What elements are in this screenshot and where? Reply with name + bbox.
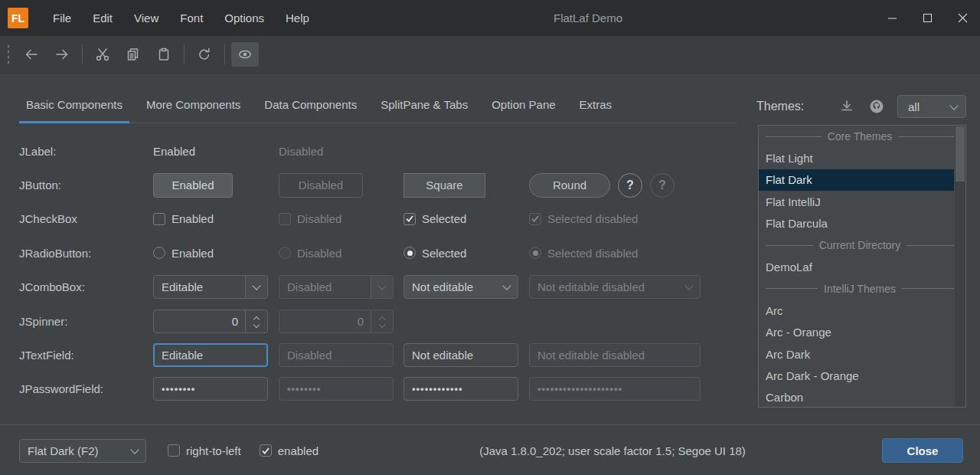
tab[interactable]: Data Components — [257, 86, 364, 123]
menu-item[interactable]: Help — [275, 0, 320, 36]
theme-list-item[interactable]: Carbon — [759, 387, 954, 408]
checkbox-selected[interactable]: Selected — [403, 212, 466, 225]
radio-selected[interactable]: Selected — [403, 247, 466, 260]
app-logo: FL — [8, 8, 28, 28]
textfield-disabled: Disabled — [279, 343, 394, 367]
radio-icon — [153, 247, 165, 259]
combobox-disabled: Disabled — [279, 275, 394, 299]
theme-list-item[interactable]: Current Directory — [759, 234, 954, 256]
square-button[interactable]: Square — [403, 173, 485, 198]
back-button[interactable] — [18, 42, 45, 67]
refresh-button[interactable] — [191, 42, 218, 67]
textfield-not-editable[interactable]: Not editable — [403, 343, 518, 367]
tab[interactable]: Option Pane — [485, 86, 562, 123]
chevron-down-icon[interactable] — [245, 276, 267, 298]
menu-item[interactable]: View — [123, 0, 169, 36]
checkbox-checked-icon — [403, 213, 416, 225]
menu-item[interactable]: Edit — [82, 0, 123, 36]
theme-list-item[interactable]: Arc — [759, 300, 954, 321]
download-theme-button[interactable] — [839, 99, 854, 114]
tab[interactable]: Extras — [573, 86, 619, 123]
theme-list-item[interactable]: Flat Light — [759, 147, 954, 169]
themes-label: Themes: — [756, 100, 804, 113]
themes-list: Core ThemesFlat LightFlat DarkFlat Intel… — [758, 125, 966, 408]
paste-button[interactable] — [150, 42, 178, 67]
menu-item[interactable]: Font — [169, 0, 214, 36]
chevron-down-icon[interactable] — [253, 322, 260, 328]
forward-arrow-icon — [54, 47, 70, 62]
chevron-down-icon[interactable] — [496, 276, 518, 298]
maximize-button[interactable] — [910, 0, 945, 36]
round-button[interactable]: Round — [529, 173, 610, 198]
copy-icon — [126, 47, 141, 62]
checkbox-disabled: Disabled — [279, 212, 341, 225]
laf-combobox[interactable]: Flat Dark (F2) — [19, 439, 146, 463]
jlabel-enabled: Enabled — [153, 145, 195, 158]
back-arrow-icon — [24, 47, 39, 62]
scrollbar-thumb[interactable] — [956, 126, 965, 182]
toolbar-grip[interactable] — [7, 44, 10, 65]
theme-list-item[interactable]: Flat Darcula — [759, 213, 954, 234]
spinner-buttons[interactable] — [245, 310, 267, 332]
enabled-button[interactable]: Enabled — [153, 173, 233, 198]
theme-list-item[interactable]: Flat IntelliJ — [759, 191, 954, 212]
tab[interactable]: Basic Components — [19, 86, 129, 123]
jcheckbox-row-label: JCheckBox — [19, 212, 153, 225]
theme-filter-combobox[interactable]: all — [897, 95, 966, 118]
tab[interactable]: SplitPane & Tabs — [374, 86, 475, 123]
radio-selected-disabled: Selected disabled — [529, 247, 638, 260]
themes-scrollbar[interactable] — [955, 126, 965, 407]
toolbar — [0, 36, 980, 74]
checkbox-icon — [279, 213, 291, 225]
right-to-left-checkbox[interactable]: right-to-left — [168, 444, 241, 457]
cut-button[interactable] — [89, 42, 116, 67]
download-icon — [839, 99, 854, 114]
spinner-enabled[interactable]: 0 — [153, 310, 268, 333]
passwordfield-not-editable[interactable]: •••••••••••• — [403, 377, 518, 401]
textfield-editable[interactable]: Editable — [153, 343, 268, 367]
minimize-button[interactable] — [874, 0, 910, 36]
theme-list-item[interactable]: DemoLaf — [759, 256, 954, 277]
tab[interactable]: More Components — [139, 86, 247, 123]
chevron-down-icon — [678, 276, 700, 298]
toolbar-separator — [224, 44, 225, 64]
titlebar: FL FileEditViewFontOptionsHelp FlatLaf D… — [0, 0, 980, 36]
github-button[interactable] — [868, 98, 885, 115]
maximize-icon — [923, 13, 933, 23]
bottom-bar: Flat Dark (F2) right-to-left enabled (Ja… — [0, 424, 980, 475]
passwordfield-disabled: •••••••• — [279, 377, 394, 401]
combobox-editable[interactable]: Editable — [153, 275, 268, 299]
disabled-button: Disabled — [279, 173, 363, 198]
combobox-not-editable[interactable]: Not editable — [403, 275, 518, 299]
cut-icon — [95, 47, 110, 62]
close-window-button[interactable] — [945, 0, 980, 36]
radio-enabled[interactable]: Enabled — [153, 247, 214, 260]
forward-button[interactable] — [48, 42, 76, 67]
jpasswordfield-row-label: JPasswordField: — [19, 382, 153, 395]
menu-item[interactable]: File — [42, 0, 82, 36]
radio-disabled: Disabled — [279, 247, 341, 260]
menu-item[interactable]: Options — [214, 0, 275, 36]
checkbox-enabled[interactable]: Enabled — [153, 212, 214, 225]
help-button[interactable]: ? — [618, 173, 642, 198]
show-hidden-toggle-button[interactable] — [231, 42, 259, 67]
theme-list-item[interactable]: Core Themes — [759, 126, 954, 147]
copy-button[interactable] — [119, 42, 147, 67]
theme-list-item[interactable]: Arc Dark - Orange — [759, 365, 954, 386]
passwordfield-editable[interactable]: •••••••• — [153, 377, 268, 401]
checkbox-icon — [153, 213, 165, 225]
minimize-icon — [887, 13, 897, 23]
help-button-disabled: ? — [650, 173, 675, 198]
close-button[interactable]: Close — [882, 438, 963, 463]
toolbar-separator — [184, 44, 185, 64]
menubar: FileEditViewFontOptionsHelp — [42, 0, 320, 36]
spinner-buttons — [371, 310, 393, 332]
enabled-checkbox[interactable]: enabled — [260, 444, 318, 457]
theme-list-item[interactable]: Flat Dark — [759, 169, 954, 191]
theme-list-item[interactable]: Arc - Orange — [759, 322, 954, 343]
theme-list-item[interactable]: IntelliJ Themes — [759, 278, 954, 300]
window-title: FlatLaf Demo — [554, 11, 622, 25]
checkbox-icon — [168, 444, 180, 457]
theme-list-item[interactable]: Arc Dark — [759, 343, 954, 365]
chevron-down-icon[interactable] — [124, 440, 145, 462]
